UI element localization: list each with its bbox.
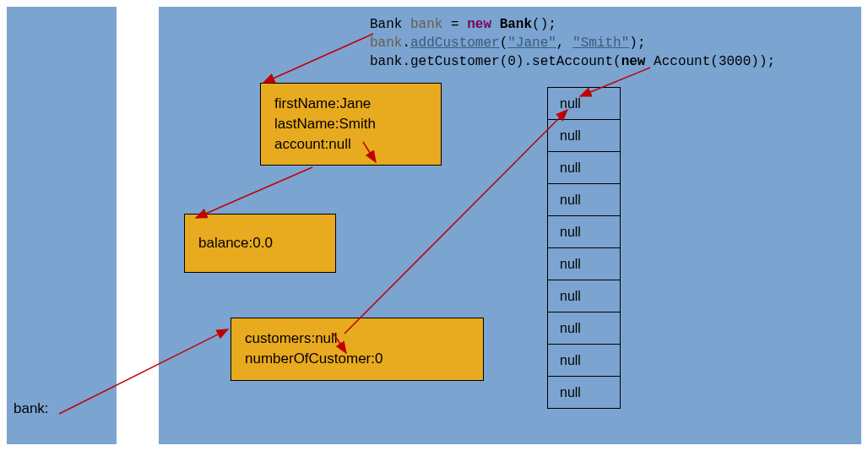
- code-line-1: Bank bank = new Bank();: [370, 15, 775, 34]
- bank-numberofcustomer: numberOfCustomer:0: [245, 349, 469, 369]
- array-cell: null: [548, 88, 621, 120]
- customers-array: null null null null null null null null …: [547, 87, 621, 409]
- token: bank: [370, 35, 402, 51]
- bank-customers: customers:null: [245, 329, 469, 349]
- token: "Smith": [572, 35, 629, 51]
- token-new: new: [467, 17, 491, 32]
- token: );: [629, 35, 645, 51]
- array-cell: null: [548, 216, 621, 248]
- customer-box: firstName:Jane lastName:Smith account:nu…: [260, 83, 442, 166]
- balance-value: balance:0.0: [198, 233, 273, 253]
- code-line-2: bank.addCustomer("Jane", "Smith");: [370, 34, 775, 52]
- token: ,: [556, 35, 572, 51]
- token: Bank: [370, 17, 410, 32]
- customer-firstname: firstName:Jane: [274, 94, 427, 114]
- array-cell: null: [548, 377, 621, 409]
- array-cell: null: [548, 152, 621, 184]
- token: "Jane": [507, 35, 556, 51]
- token: ();: [532, 17, 556, 32]
- token: (: [500, 35, 508, 51]
- token: bank: [410, 17, 442, 32]
- customer-account: account:null: [274, 134, 427, 155]
- array-cell: null: [548, 312, 621, 345]
- token: .: [402, 35, 410, 51]
- token: addCustomer: [410, 35, 500, 51]
- balance-box: balance:0.0: [184, 214, 336, 273]
- code-block: Bank bank = new Bank(); bank.addCustomer…: [370, 15, 775, 71]
- right-panel: Bank bank = new Bank(); bank.addCustomer…: [159, 7, 861, 444]
- bank-object-box: customers:null numberOfCustomer:0: [231, 318, 484, 381]
- left-panel: bank:: [7, 7, 117, 444]
- token: Bank: [500, 17, 532, 32]
- bank-label: bank:: [14, 400, 49, 417]
- customer-lastname: lastName:Smith: [274, 114, 427, 134]
- array-cell: null: [548, 184, 621, 216]
- token-new: new: [621, 54, 646, 69]
- token: =: [442, 17, 467, 32]
- array-cell: null: [548, 280, 621, 312]
- token: Account(3000));: [645, 54, 775, 69]
- array-cell: null: [548, 248, 621, 280]
- array-cell: null: [548, 345, 621, 377]
- array-cell: null: [548, 120, 621, 152]
- token: [491, 17, 500, 32]
- token: bank.getCustomer(0).setAccount(: [370, 54, 621, 69]
- code-line-3: bank.getCustomer(0).setAccount(new Accou…: [370, 52, 775, 71]
